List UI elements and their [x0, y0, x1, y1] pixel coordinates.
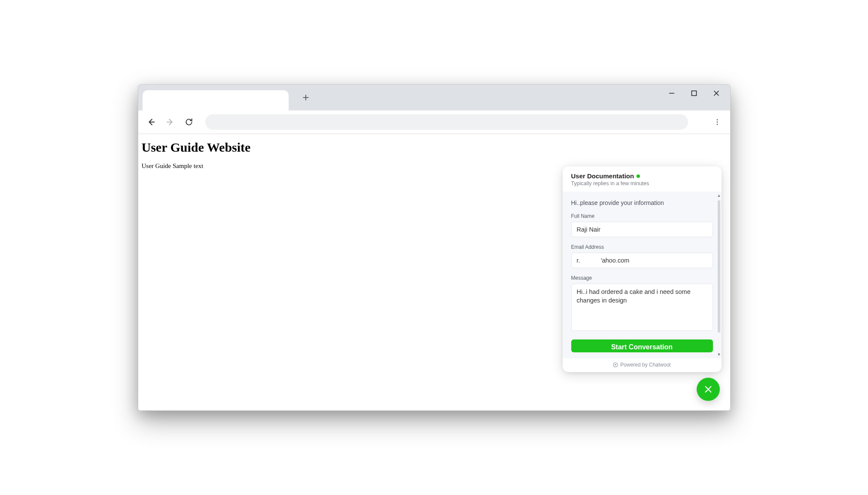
forward-button — [163, 115, 177, 129]
svg-rect-1 — [691, 91, 696, 96]
reload-button[interactable] — [182, 115, 196, 129]
chat-title: User Documentation — [571, 172, 634, 180]
chat-subtitle: Typically replies in a few minutes — [571, 180, 713, 186]
chat-body: ▲ ▼ Hi..please provide your information … — [563, 192, 722, 358]
full-name-group: Full Name — [571, 213, 713, 237]
full-name-label: Full Name — [571, 213, 713, 219]
svg-point-2 — [716, 119, 718, 120]
message-label: Message — [571, 275, 713, 281]
kebab-icon — [713, 118, 721, 126]
email-label: Email Address — [571, 244, 713, 250]
chat-footer: Powered by Chatwoot — [563, 358, 722, 372]
page-heading: User Guide Website — [142, 140, 727, 155]
svg-point-6 — [615, 364, 617, 366]
start-conversation-label: Start Conversation — [611, 344, 673, 351]
browser-window: User Guide Website User Guide Sample tex… — [138, 84, 731, 411]
widget-scrollbar[interactable] — [718, 200, 720, 333]
close-icon — [713, 90, 720, 97]
svg-point-4 — [716, 124, 718, 125]
browser-toolbar — [138, 110, 730, 134]
tab-strip — [138, 85, 730, 110]
minimize-icon — [668, 90, 675, 97]
back-button[interactable] — [144, 115, 158, 129]
maximize-button[interactable] — [683, 85, 705, 101]
message-group: Message — [571, 275, 713, 333]
chatwoot-logo-icon — [613, 362, 618, 367]
window-controls — [661, 85, 728, 102]
email-group: Email Address — [571, 244, 713, 268]
full-name-input[interactable] — [571, 222, 713, 237]
arrow-right-icon — [165, 117, 175, 127]
close-icon — [704, 385, 713, 394]
chat-widget: User Documentation Typically replies in … — [563, 166, 722, 372]
start-conversation-button[interactable]: Start Conversation — [571, 339, 713, 352]
close-window-button[interactable] — [705, 85, 728, 101]
svg-point-3 — [716, 122, 718, 123]
browser-menu-button[interactable] — [710, 115, 724, 129]
address-bar[interactable] — [205, 114, 688, 130]
new-tab-button[interactable] — [298, 90, 314, 105]
message-textarea[interactable] — [571, 284, 713, 331]
plus-icon — [302, 94, 310, 101]
maximize-icon — [691, 90, 697, 96]
scroll-up-arrow[interactable]: ▲ — [717, 193, 721, 198]
status-online-icon — [637, 174, 640, 178]
browser-tab[interactable] — [143, 90, 289, 110]
chat-header: User Documentation Typically replies in … — [563, 166, 722, 192]
reload-icon — [185, 118, 193, 126]
chat-intro-text: Hi..please provide your information — [571, 199, 713, 206]
email-input[interactable] — [571, 253, 713, 268]
arrow-left-icon — [146, 117, 156, 127]
scroll-down-arrow[interactable]: ▼ — [717, 352, 721, 357]
chat-toggle-bubble[interactable] — [697, 378, 720, 401]
chat-footer-text: Powered by Chatwoot — [620, 362, 670, 368]
minimize-button[interactable] — [661, 85, 683, 101]
